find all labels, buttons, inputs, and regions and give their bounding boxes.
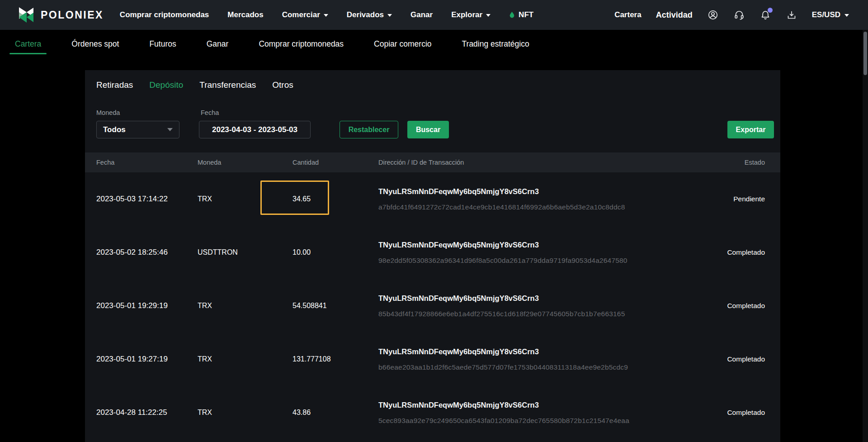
status-badge: Completado — [727, 248, 765, 257]
secondary-nav: Cartera Órdenes spot Futuros Ganar Compr… — [0, 30, 868, 58]
transaction-id: 5cec893aa92e79c249650ca6543fa01209ba72de… — [378, 417, 629, 425]
subnav-copiar-comercio[interactable]: Copiar comercio — [368, 30, 437, 58]
header-fecha: Fecha — [96, 159, 114, 166]
subnav-futuros[interactable]: Futuros — [144, 30, 181, 58]
cell-cantidad: 43.86 — [292, 409, 311, 417]
transaction-id: a7bfdc41f6491272c72cad1e4ce9cb1e416814f6… — [378, 203, 625, 211]
poloniex-logo[interactable]: POLONIEX — [18, 7, 104, 23]
cell-cantidad: 10.00 — [292, 248, 311, 257]
deposit-address: TNyuLRSmNnDFeqwMy6bq5NmjgY8vS6Crn3 — [378, 241, 627, 249]
fecha-filter-label: Fecha — [201, 109, 219, 116]
deposit-address: TNyuLRSmNnDFeqwMy6bq5NmjgY8vS6Crn3 — [378, 347, 628, 356]
tab-transferencias[interactable]: Transferencias — [199, 80, 256, 90]
cell-direccion: TNyuLRSmNnDFeqwMy6bq5NmjgY8vS6Crn3 85b43… — [378, 294, 625, 318]
table-row: 2023-05-01 19:27:19 TRX 131.777108 TNyuL… — [85, 333, 780, 386]
status-badge: Completado — [727, 409, 765, 417]
cell-direccion: TNyuLRSmNnDFeqwMy6bq5NmjgY8vS6Crn3 a7bfd… — [378, 187, 625, 211]
moneda-filter-label: Moneda — [96, 109, 120, 116]
transaction-id: b66eae203aa1b1d2f6c5aede75d577d07fe1753b… — [378, 363, 628, 371]
activity-panel: Retiradas Depósito Transferencias Otros … — [85, 70, 780, 442]
cell-cantidad: 54.508841 — [292, 302, 327, 310]
header-direccion-id: Dirección / ID de Transacción — [378, 159, 464, 166]
notification-dot — [768, 8, 773, 13]
status-badge: Pendiente — [733, 195, 765, 203]
download-icon[interactable] — [786, 9, 797, 21]
header-estado: Estado — [745, 159, 765, 166]
chevron-down-icon — [844, 14, 849, 17]
notifications-bell-icon[interactable] — [760, 9, 771, 21]
scrollbar-thumb[interactable] — [863, 32, 867, 75]
status-badge: Completado — [727, 355, 765, 363]
activity-tabs: Retiradas Depósito Transferencias Otros — [85, 70, 780, 90]
chevron-down-icon — [167, 128, 173, 131]
poloniex-logo-icon — [18, 7, 34, 23]
subnav-trading-estrategico[interactable]: Trading estratégico — [457, 30, 535, 58]
cell-moneda: TRX — [198, 409, 212, 417]
nav-derivados[interactable]: Derivados — [347, 10, 392, 19]
chevron-down-icon — [486, 14, 491, 17]
transaction-id: 98e2dd5f05308362a96341d96f8a5c00da261a77… — [378, 257, 627, 265]
subnav-cartera[interactable]: Cartera — [9, 30, 47, 58]
cell-moneda: USDTTRON — [198, 248, 238, 257]
status-badge: Completado — [727, 302, 765, 310]
deposit-address: TNyuLRSmNnDFeqwMy6bq5NmjgY8vS6Crn3 — [378, 294, 625, 303]
table-row: 2023-05-02 18:25:46 USDTTRON 10.00 TNyuL… — [85, 226, 780, 279]
date-range-input[interactable]: 2023-04-03 - 2023-05-03 — [199, 121, 311, 138]
transaction-id: 85b43df4f17928866e6eb1a4df275516c1d618f2… — [378, 310, 625, 318]
cell-moneda: TRX — [198, 355, 212, 363]
nav-mercados[interactable]: Mercados — [227, 10, 263, 19]
table-header: Fecha Moneda Cantidad Dirección / ID de … — [85, 152, 780, 172]
chevron-down-icon — [324, 14, 328, 17]
moneda-select[interactable]: Todos — [96, 121, 179, 138]
nav-comerciar[interactable]: Comerciar — [282, 10, 328, 19]
account-icon[interactable] — [707, 9, 719, 21]
nav-actividad[interactable]: Actividad — [656, 10, 693, 20]
export-button[interactable]: Exportar — [727, 121, 774, 138]
cell-direccion: TNyuLRSmNnDFeqwMy6bq5NmjgY8vS6Crn3 5cec8… — [378, 401, 629, 425]
tab-otros[interactable]: Otros — [272, 80, 293, 90]
language-currency-selector[interactable]: ES/USD — [812, 10, 849, 19]
table-row: 2023-04-28 11:22:25 TRX 43.86 TNyuLRSmNn… — [85, 386, 780, 439]
table-row: 2023-05-01 19:29:19 TRX 54.508841 TNyuLR… — [85, 279, 780, 333]
scrollbar-track — [863, 30, 868, 442]
nav-explorar[interactable]: Explorar — [451, 10, 491, 19]
nav-ganar[interactable]: Ganar — [410, 10, 433, 19]
topnav-right: Cartera Actividad — [614, 9, 849, 21]
nav-cartera[interactable]: Cartera — [614, 10, 642, 19]
cell-cantidad: 131.777108 — [292, 355, 331, 363]
cell-cantidad: 34.65 — [292, 195, 311, 203]
cell-fecha: 2023-05-01 19:29:19 — [96, 301, 168, 310]
cell-fecha: 2023-05-01 19:27:19 — [96, 355, 168, 364]
cell-moneda: TRX — [198, 195, 212, 203]
cell-direccion: TNyuLRSmNnDFeqwMy6bq5NmjgY8vS6Crn3 98e2d… — [378, 241, 627, 265]
deposit-address: TNyuLRSmNnDFeqwMy6bq5NmjgY8vS6Crn3 — [378, 187, 625, 196]
cell-moneda: TRX — [198, 302, 212, 310]
brand-name: POLONIEX — [41, 9, 104, 21]
cell-fecha: 2023-04-28 11:22:25 — [96, 408, 167, 417]
cell-fecha: 2023-05-02 18:25:46 — [96, 248, 168, 257]
reset-button[interactable]: Restablecer — [340, 121, 398, 138]
nav-comprar-criptomonedas[interactable]: Comprar criptomonedas — [120, 10, 209, 19]
table-row: 2023-05-03 17:14:22 TRX 34.65 TNyuLRSmNn… — [85, 172, 780, 226]
search-button[interactable]: Buscar — [407, 121, 449, 138]
deposit-rows: 2023-05-03 17:14:22 TRX 34.65 TNyuLRSmNn… — [85, 172, 780, 439]
header-cantidad: Cantidad — [292, 159, 319, 166]
cell-fecha: 2023-05-03 17:14:22 — [96, 195, 168, 204]
tab-deposito[interactable]: Depósito — [149, 80, 183, 90]
topnav-menu: Comprar criptomonedas Mercados Comerciar… — [120, 10, 533, 19]
moneda-select-value: Todos — [103, 125, 126, 134]
droplet-icon — [509, 11, 515, 19]
tab-retiradas[interactable]: Retiradas — [96, 80, 133, 90]
nav-nft[interactable]: NFT — [509, 10, 533, 19]
top-navbar: POLONIEX Comprar criptomonedas Mercados … — [0, 0, 868, 30]
header-moneda: Moneda — [198, 159, 221, 166]
support-headset-icon[interactable] — [733, 9, 745, 21]
cell-direccion: TNyuLRSmNnDFeqwMy6bq5NmjgY8vS6Crn3 b66ea… — [378, 347, 628, 371]
deposit-address: TNyuLRSmNnDFeqwMy6bq5NmjgY8vS6Crn3 — [378, 401, 629, 409]
chevron-down-icon — [387, 14, 392, 17]
subnav-ganar[interactable]: Ganar — [201, 30, 234, 58]
subnav-ordenes-spot[interactable]: Órdenes spot — [66, 30, 124, 58]
subnav-comprar-criptomonedas[interactable]: Comprar criptomonedas — [253, 30, 349, 58]
